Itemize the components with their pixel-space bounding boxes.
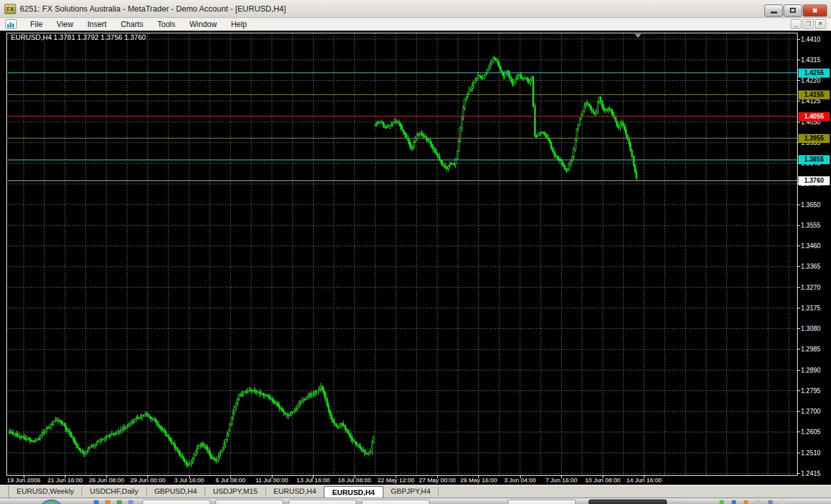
child-restore-button[interactable]: ❐ bbox=[803, 19, 814, 29]
chart-tab-eurusd-h4[interactable]: EURUSD,H4 bbox=[266, 485, 324, 498]
candle bbox=[299, 401, 301, 406]
menu-items: FileViewInsertChartsToolsWindowHelp bbox=[23, 19, 254, 30]
candle bbox=[391, 121, 392, 126]
chart-bar-icon bbox=[10, 22, 12, 28]
candle bbox=[241, 391, 242, 398]
menu-item-file[interactable]: File bbox=[23, 19, 49, 30]
menu-item-insert[interactable]: Insert bbox=[80, 19, 113, 30]
menu-item-window[interactable]: Window bbox=[183, 19, 224, 30]
candle bbox=[217, 454, 219, 463]
chart-tab-usdchf-daily[interactable]: USDCHF,Daily bbox=[82, 485, 146, 498]
candle bbox=[480, 76, 482, 80]
candle bbox=[437, 153, 439, 158]
menu-item-help[interactable]: Help bbox=[224, 19, 254, 30]
candle bbox=[599, 97, 600, 104]
candle bbox=[587, 99, 588, 106]
minimize-button[interactable] bbox=[764, 4, 783, 17]
candle bbox=[121, 426, 122, 434]
candle bbox=[370, 449, 371, 453]
menu-item-tools[interactable]: Tools bbox=[151, 19, 183, 30]
candle bbox=[410, 142, 412, 151]
candle bbox=[280, 406, 281, 412]
chart-tab-eurusd-h4[interactable]: EURUSD,H4 bbox=[324, 486, 383, 498]
candle bbox=[352, 435, 353, 444]
taskbar-button[interactable] bbox=[142, 500, 210, 504]
tray-icon[interactable] bbox=[756, 500, 760, 504]
quick-launch-icon[interactable] bbox=[128, 500, 133, 504]
quick-launch-icon[interactable] bbox=[105, 500, 110, 504]
price-tick-label: 1.2700 bbox=[801, 407, 830, 416]
candle bbox=[532, 76, 533, 81]
child-minimize-button[interactable]: _ bbox=[791, 19, 802, 29]
candle bbox=[150, 416, 151, 422]
candle bbox=[555, 153, 557, 159]
chart-area[interactable]: EURUSD,H4 1.3781 1.3792 1.3756 1.3760 1.… bbox=[0, 31, 831, 485]
candle bbox=[113, 433, 114, 437]
taskbar-button-active[interactable] bbox=[589, 500, 667, 504]
candle bbox=[267, 394, 268, 398]
tray-icon[interactable] bbox=[732, 500, 736, 504]
tray-icon[interactable] bbox=[744, 500, 748, 504]
candle bbox=[194, 453, 195, 461]
menu-item-view[interactable]: View bbox=[49, 19, 80, 30]
candle bbox=[188, 463, 189, 466]
candle bbox=[563, 162, 564, 167]
candle bbox=[155, 417, 156, 422]
horizontal-line-objects[interactable] bbox=[8, 73, 797, 160]
tray-icon[interactable] bbox=[768, 500, 773, 504]
candle bbox=[156, 419, 158, 427]
menu-item-charts[interactable]: Charts bbox=[113, 19, 150, 30]
taskbar-button[interactable] bbox=[508, 500, 576, 504]
candle bbox=[590, 104, 591, 110]
chart-tab-eurusd-weekly[interactable]: EURUSD,Weekly bbox=[9, 485, 81, 498]
candle bbox=[98, 439, 99, 442]
close-button[interactable]: ✖ bbox=[803, 4, 827, 17]
tray-icon[interactable] bbox=[719, 500, 724, 504]
candle bbox=[333, 418, 334, 423]
taskbar-button[interactable] bbox=[289, 500, 357, 504]
candle bbox=[239, 394, 240, 401]
candle bbox=[423, 131, 424, 139]
candle bbox=[340, 423, 341, 428]
line-price-label: 1.3855 bbox=[798, 155, 830, 164]
chart-tab-gbpjpy-h4[interactable]: GBPJPY,H4 bbox=[383, 485, 439, 498]
candle bbox=[153, 417, 155, 421]
tray-icon[interactable] bbox=[780, 500, 785, 504]
chart-tab-usdjpy-m15[interactable]: USDJPY,M15 bbox=[205, 485, 265, 498]
candlestick-chart[interactable] bbox=[0, 31, 831, 485]
candle bbox=[458, 139, 459, 152]
candle bbox=[8, 428, 10, 434]
candle bbox=[216, 457, 217, 464]
candle bbox=[621, 119, 622, 126]
quick-launch-icon[interactable] bbox=[117, 500, 122, 504]
taskbar-button[interactable] bbox=[362, 500, 430, 504]
candle bbox=[286, 414, 287, 418]
candle bbox=[443, 164, 444, 169]
candle bbox=[298, 400, 299, 408]
restore-button[interactable] bbox=[784, 4, 802, 17]
tab-bar-notch bbox=[0, 485, 9, 498]
candle bbox=[489, 62, 491, 69]
candle bbox=[183, 457, 185, 462]
candle bbox=[474, 78, 476, 83]
quick-launch-icon[interactable] bbox=[94, 500, 99, 504]
candle bbox=[506, 71, 507, 77]
chart-tab-gbpusd-h4[interactable]: GBPUSD,H4 bbox=[147, 485, 205, 498]
taskbar-button[interactable] bbox=[215, 500, 283, 504]
candle bbox=[304, 398, 305, 401]
start-button-orb[interactable] bbox=[38, 500, 64, 504]
candle bbox=[83, 450, 85, 457]
windows-taskbar[interactable]: ··· bbox=[0, 498, 831, 504]
candle bbox=[225, 439, 226, 448]
chart-window-icon[interactable] bbox=[5, 19, 17, 29]
candle bbox=[159, 425, 160, 430]
candle bbox=[233, 409, 234, 420]
candle bbox=[206, 444, 207, 450]
candle bbox=[514, 79, 515, 87]
taskbar-overflow-dots[interactable]: ··· bbox=[675, 500, 682, 504]
chart-shift-marker-icon[interactable] bbox=[635, 34, 641, 38]
candle bbox=[419, 131, 421, 137]
candle bbox=[385, 125, 386, 129]
candle bbox=[158, 421, 159, 428]
child-close-button[interactable]: ✕ bbox=[815, 19, 826, 29]
